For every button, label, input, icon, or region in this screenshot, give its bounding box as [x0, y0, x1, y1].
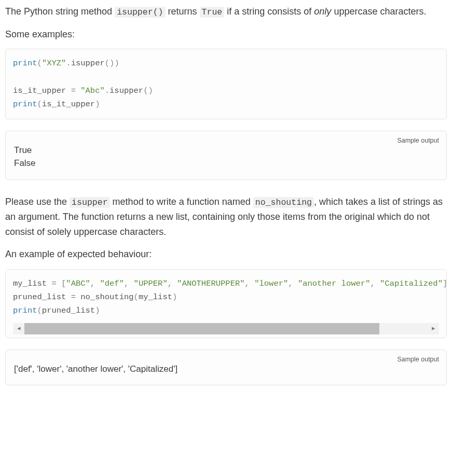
token-op: = [66, 86, 80, 95]
code-content: my_list = ["ABC", "def", "UPPER", "ANOTH… [13, 277, 439, 318]
token-punc: . [105, 86, 109, 95]
token-punc: ] [443, 279, 447, 288]
inline-code-isupper: isupper [70, 197, 110, 208]
token-str: "Abc" [80, 86, 105, 95]
token-punc: , [370, 279, 380, 288]
token-id: isupper [109, 86, 143, 95]
text: returns [166, 6, 200, 17]
token-str: "another lower" [298, 279, 371, 288]
horizontal-scrollbar[interactable]: ◂ ▸ [13, 323, 439, 334]
text: Please use the [5, 197, 70, 207]
token-punc: ()) [105, 59, 119, 68]
sample-output-label: Sample output [397, 354, 439, 365]
token-str: "Capitalized" [380, 279, 443, 288]
task-paragraph-2: An example of expected behaviour: [5, 247, 447, 262]
text: The Python string method [5, 6, 115, 17]
sample-output-label: Sample output [397, 135, 439, 146]
scroll-right-arrow-icon[interactable]: ▸ [428, 323, 439, 334]
token-punc: ) [95, 306, 100, 315]
sample-output-2: Sample output ['def', 'lower', 'another … [5, 349, 447, 386]
token-fn: print [13, 306, 37, 315]
intro-paragraph-1: The Python string method isupper() retur… [5, 4, 447, 20]
token-id: pruned_list [42, 306, 95, 315]
token-id: my_list [139, 292, 172, 302]
output-text: ['def', 'lower', 'another lower', 'Capit… [14, 362, 438, 376]
token-id: pruned_list [13, 292, 66, 302]
scrollbar-track[interactable] [24, 323, 428, 334]
code-content: print("XYZ".isupper()) is_it_upper = "Ab… [13, 57, 439, 111]
token-punc: ) [95, 100, 100, 109]
token-punc: , [124, 279, 134, 288]
token-str: "XYZ" [42, 59, 66, 68]
token-str: "def" [100, 279, 124, 288]
output-text: True False [14, 144, 438, 170]
token-id: isupper [71, 59, 105, 68]
token-str: "ANOTHERUPPER" [177, 279, 244, 288]
token-str: "lower" [254, 279, 288, 288]
token-id: no_shouting [80, 292, 133, 302]
inline-code-no-shouting: no_shouting [253, 197, 314, 208]
token-punc: ( [37, 306, 42, 315]
token-id: my_list [13, 279, 47, 288]
token-punc: [ [61, 279, 66, 288]
text: uppercase characters. [331, 6, 426, 17]
token-id: is_it_upper [13, 86, 66, 95]
token-punc: ( [37, 59, 42, 68]
token-op: = [47, 279, 61, 288]
token-punc: , [168, 279, 177, 288]
token-fn: print [13, 100, 37, 109]
inline-code-true: True [200, 7, 225, 18]
text: if a string consists of [224, 6, 314, 17]
text: method to write a function named [110, 197, 253, 207]
token-fn: print [13, 59, 37, 68]
token-punc: ) [172, 292, 177, 302]
emphasis-only: only [314, 6, 331, 17]
intro-paragraph-2: Some examples: [5, 27, 447, 42]
scrollbar-thumb[interactable] [24, 323, 379, 334]
token-punc: ( [134, 292, 139, 302]
token-str: "UPPER" [134, 279, 168, 288]
token-punc: () [143, 86, 153, 95]
token-punc: , [245, 279, 255, 288]
sample-output-1: Sample output True False [5, 131, 447, 180]
code-example-2: my_list = ["ABC", "def", "UPPER", "ANOTH… [5, 269, 447, 338]
token-punc: , [90, 279, 100, 288]
token-id: is_it_upper [42, 100, 95, 109]
token-punc: ( [37, 100, 42, 109]
code-example-1: print("XYZ".isupper()) is_it_upper = "Ab… [5, 49, 447, 119]
inline-code-isupper: isupper() [115, 7, 165, 18]
token-str: "ABC" [66, 279, 90, 288]
task-paragraph-1: Please use the isupper method to write a… [5, 194, 447, 240]
scroll-left-arrow-icon[interactable]: ◂ [13, 323, 24, 334]
token-punc: , [288, 279, 298, 288]
token-punc: . [66, 59, 71, 68]
token-op: = [66, 292, 80, 302]
